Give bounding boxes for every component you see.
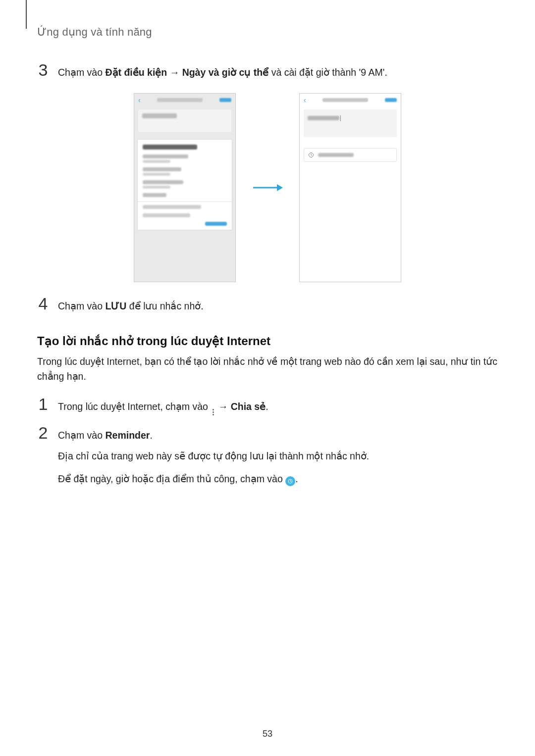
step-number: 1 — [37, 396, 49, 412]
s2-step-2: 2 Chạm vào Reminder. — [37, 424, 498, 442]
header-rule — [26, 0, 27, 29]
svg-marker-1 — [277, 184, 283, 191]
svg-line-4 — [311, 155, 312, 155]
blurred-row — [143, 193, 227, 197]
step-text: Trong lúc duyệt Internet, chạm vào → Chi… — [58, 400, 268, 415]
blurred-row — [143, 205, 227, 209]
paragraph: Địa chỉ của trang web này sẽ được tự độn… — [58, 447, 498, 465]
text: Chạm vào — [58, 430, 105, 441]
text: . — [150, 430, 152, 441]
text: → — [167, 67, 182, 78]
datetime-chip — [304, 148, 397, 162]
subsection-heading: Tạo lời nhắc nhở trong lúc duyệt Interne… — [37, 334, 498, 348]
bold-text: Chia sẻ — [231, 401, 266, 412]
more-vert-icon — [211, 409, 215, 415]
blurred-row — [143, 167, 227, 176]
arrow-right-icon — [250, 182, 285, 193]
figure-row: ‹ — [37, 93, 498, 282]
text: → — [215, 401, 230, 412]
phone-input-area — [138, 109, 231, 132]
svg-line-7 — [290, 481, 291, 482]
blurred-row — [143, 180, 227, 189]
step-text: Chạm vào Reminder. — [58, 428, 153, 442]
blurred-input-text — [308, 116, 339, 120]
step-number: 2 — [37, 424, 49, 441]
blurred-panel-title — [143, 145, 197, 150]
text: Chạm vào — [58, 301, 105, 311]
step-text: Chạm vào Đặt điều kiện → Ngày và giờ cụ … — [58, 65, 387, 79]
step-subtext: Địa chỉ của trang web này sẽ được tự độn… — [58, 447, 498, 488]
clock-badge-icon — [285, 476, 295, 486]
blurred-title — [157, 98, 203, 102]
manual-page: Ứng dụng và tính năng 3 Chạm vào Đặt điề… — [0, 0, 535, 756]
text: để lưu nhắc nhở. — [126, 301, 203, 311]
phone-body — [300, 109, 401, 162]
blurred-title — [322, 98, 368, 102]
paragraph: Để đặt ngày, giờ hoặc địa điểm thủ công,… — [58, 470, 498, 488]
text: . — [266, 401, 268, 412]
bold-text: Ngày và giờ cụ thể — [182, 67, 269, 78]
phone-header: ‹ — [134, 94, 235, 106]
divider — [138, 202, 232, 202]
text: Chạm vào — [58, 67, 105, 78]
chevron-left-icon: ‹ — [304, 97, 306, 103]
text: . — [295, 473, 298, 484]
phone-input-area — [304, 109, 397, 137]
page-number: 53 — [0, 729, 535, 739]
text: và cài đặt giờ thành '9 AM'. — [268, 67, 387, 78]
section-header: Ứng dụng và tính năng — [37, 26, 498, 39]
blurred-row — [143, 154, 227, 163]
bold-text: Đặt điều kiện — [105, 67, 167, 78]
bold-text: Reminder — [105, 430, 150, 441]
s2-step-1: 1 Trong lúc duyệt Internet, chạm vào → C… — [37, 396, 498, 415]
paragraph: Trong lúc duyệt Internet, bạn có thể tạo… — [37, 354, 498, 384]
conditions-panel — [137, 139, 232, 230]
step-text: Chạm vào LƯU để lưu nhắc nhở. — [58, 299, 204, 313]
blurred-chip-text — [318, 153, 354, 157]
blurred-input-text — [142, 113, 177, 118]
phone-mock-left: ‹ — [134, 93, 236, 282]
text-cursor — [340, 115, 341, 121]
phone-header: ‹ — [300, 94, 401, 106]
step-3: 3 Chạm vào Đặt điều kiện → Ngày và giờ c… — [37, 61, 498, 79]
blurred-cancel — [205, 222, 227, 226]
blurred-row — [143, 213, 227, 217]
chevron-left-icon: ‹ — [138, 97, 141, 103]
step-number: 3 — [37, 61, 49, 78]
bold-text: LƯU — [105, 301, 126, 311]
blurred-save — [219, 98, 231, 102]
step-number: 4 — [37, 295, 49, 312]
text: Để đặt ngày, giờ hoặc địa điểm thủ công,… — [58, 473, 285, 484]
text: Trong lúc duyệt Internet, chạm vào — [58, 401, 211, 412]
phone-mock-right: ‹ — [299, 93, 401, 282]
clock-icon — [308, 152, 314, 158]
step-4: 4 Chạm vào LƯU để lưu nhắc nhở. — [37, 295, 498, 313]
blurred-save — [385, 98, 397, 102]
